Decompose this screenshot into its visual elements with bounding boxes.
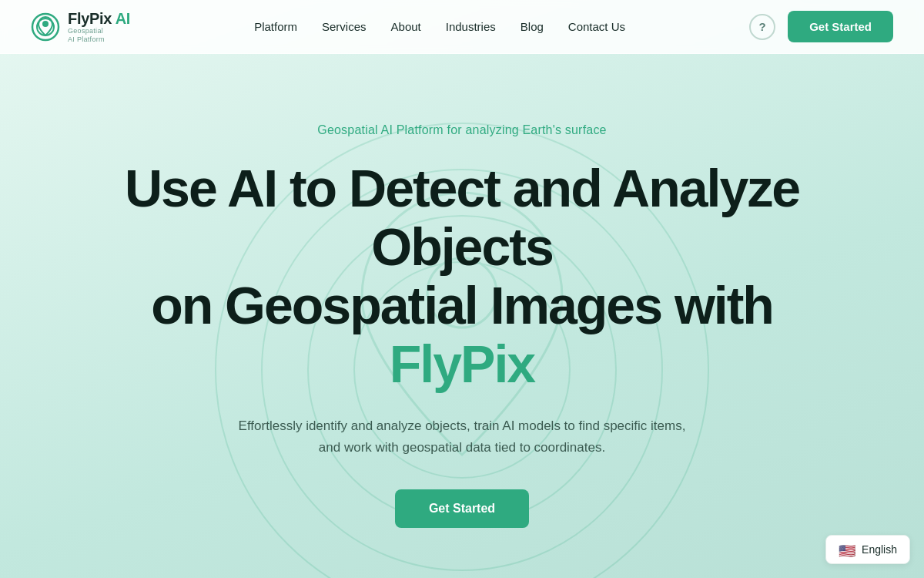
hero-section: Geospatial AI Platform for analyzing Ear… [0, 54, 924, 528]
hero-get-started-button[interactable]: Get Started [395, 489, 529, 528]
hero-description: Effortlessly identify and analyze object… [239, 415, 686, 459]
nav-industries[interactable]: Industries [446, 20, 496, 33]
logo[interactable]: FlyPix AI GeospatialAI Platform [31, 10, 130, 44]
language-label: English [862, 543, 897, 556]
hero-brand-name: FlyPix [390, 334, 534, 393]
logo-icon [31, 12, 60, 42]
nav-services[interactable]: Services [322, 20, 367, 33]
nav-platform[interactable]: Platform [254, 20, 297, 33]
nav-right: ? Get Started [749, 11, 893, 42]
nav-get-started-button[interactable]: Get Started [788, 11, 893, 42]
language-selector[interactable]: 🇺🇸 English [825, 535, 910, 564]
logo-subtitle: GeospatialAI Platform [68, 27, 130, 44]
navbar: FlyPix AI GeospatialAI Platform Platform… [0, 0, 924, 54]
nav-contact[interactable]: Contact Us [568, 20, 625, 33]
help-icon: ? [759, 20, 766, 33]
nav-links: Platform Services About Industries Blog … [254, 20, 625, 34]
hero-title: Use AI to Detect and Analyze Objects on … [77, 159, 847, 394]
help-button[interactable]: ? [749, 14, 775, 40]
flag-icon: 🇺🇸 [839, 544, 855, 556]
logo-name: FlyPix AI [68, 10, 130, 27]
svg-point-7 [42, 21, 49, 27]
nav-about[interactable]: About [391, 20, 421, 33]
logo-text: FlyPix AI GeospatialAI Platform [68, 10, 130, 44]
hero-subtitle: Geospatial AI Platform for analyzing Ear… [317, 123, 606, 137]
nav-blog[interactable]: Blog [521, 20, 544, 33]
